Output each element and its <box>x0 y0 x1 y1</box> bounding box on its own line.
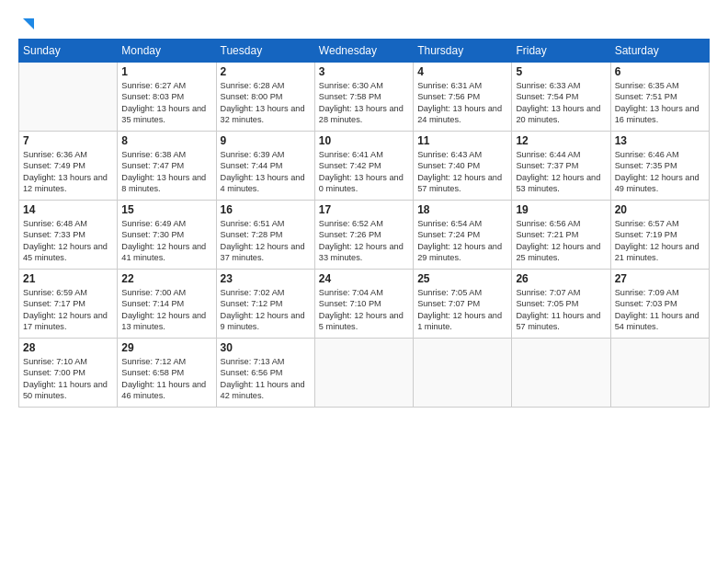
day-number: 23 <box>221 272 311 285</box>
calendar-cell <box>512 339 610 408</box>
day-number: 19 <box>516 203 606 216</box>
day-number: 7 <box>23 134 113 147</box>
calendar-cell: 7Sunrise: 6:36 AMSunset: 7:49 PMDaylight… <box>19 132 118 201</box>
day-number: 26 <box>516 272 606 285</box>
day-number: 22 <box>121 272 211 285</box>
calendar-cell: 24Sunrise: 7:04 AMSunset: 7:10 PMDayligh… <box>314 270 413 339</box>
day-number: 9 <box>221 134 311 147</box>
calendar-cell: 26Sunrise: 7:07 AMSunset: 7:05 PMDayligh… <box>512 270 610 339</box>
day-info: Sunrise: 6:41 AMSunset: 7:42 PMDaylight:… <box>319 149 409 195</box>
day-number: 20 <box>615 203 705 216</box>
calendar-cell: 16Sunrise: 6:51 AMSunset: 7:28 PMDayligh… <box>216 201 314 270</box>
header <box>18 17 710 29</box>
day-info: Sunrise: 6:43 AMSunset: 7:40 PMDaylight:… <box>417 149 507 195</box>
calendar-cell: 2Sunrise: 6:28 AMSunset: 8:00 PMDaylight… <box>216 63 314 132</box>
day-number: 1 <box>121 65 211 78</box>
day-info: Sunrise: 6:38 AMSunset: 7:47 PMDaylight:… <box>121 149 211 195</box>
day-info: Sunrise: 6:56 AMSunset: 7:21 PMDaylight:… <box>516 218 606 264</box>
calendar-header-sunday: Sunday <box>19 40 118 63</box>
calendar-cell: 15Sunrise: 6:49 AMSunset: 7:30 PMDayligh… <box>118 201 216 270</box>
calendar-cell <box>414 339 512 408</box>
calendar-header-friday: Friday <box>512 40 610 63</box>
calendar-cell: 20Sunrise: 6:57 AMSunset: 7:19 PMDayligh… <box>610 201 709 270</box>
svg-marker-0 <box>23 18 34 29</box>
day-info: Sunrise: 7:13 AMSunset: 6:56 PMDaylight:… <box>221 356 311 402</box>
calendar-week-2: 7Sunrise: 6:36 AMSunset: 7:49 PMDaylight… <box>19 132 710 201</box>
day-number: 29 <box>121 341 211 354</box>
calendar-cell: 21Sunrise: 6:59 AMSunset: 7:17 PMDayligh… <box>19 270 118 339</box>
day-info: Sunrise: 7:10 AMSunset: 7:00 PMDaylight:… <box>23 356 113 402</box>
calendar-week-5: 28Sunrise: 7:10 AMSunset: 7:00 PMDayligh… <box>19 339 710 408</box>
calendar-cell: 28Sunrise: 7:10 AMSunset: 7:00 PMDayligh… <box>19 339 118 408</box>
day-number: 28 <box>23 341 113 354</box>
day-number: 21 <box>23 272 113 285</box>
calendar-cell <box>610 339 709 408</box>
calendar-cell: 23Sunrise: 7:02 AMSunset: 7:12 PMDayligh… <box>216 270 314 339</box>
calendar-cell: 22Sunrise: 7:00 AMSunset: 7:14 PMDayligh… <box>118 270 216 339</box>
calendar-week-3: 14Sunrise: 6:48 AMSunset: 7:33 PMDayligh… <box>19 201 710 270</box>
day-number: 25 <box>417 272 507 285</box>
calendar-header-wednesday: Wednesday <box>314 40 413 63</box>
calendar-cell: 29Sunrise: 7:12 AMSunset: 6:58 PMDayligh… <box>118 339 216 408</box>
calendar-cell: 19Sunrise: 6:56 AMSunset: 7:21 PMDayligh… <box>512 201 610 270</box>
calendar-cell: 5Sunrise: 6:33 AMSunset: 7:54 PMDaylight… <box>512 63 610 132</box>
day-info: Sunrise: 6:54 AMSunset: 7:24 PMDaylight:… <box>417 218 507 264</box>
day-number: 10 <box>319 134 409 147</box>
day-number: 6 <box>615 65 705 78</box>
calendar-header-saturday: Saturday <box>610 40 709 63</box>
day-info: Sunrise: 6:35 AMSunset: 7:51 PMDaylight:… <box>615 80 705 126</box>
calendar-header-thursday: Thursday <box>414 40 512 63</box>
day-number: 2 <box>221 65 311 78</box>
calendar-cell: 10Sunrise: 6:41 AMSunset: 7:42 PMDayligh… <box>314 132 413 201</box>
calendar-cell <box>19 63 118 132</box>
day-info: Sunrise: 7:04 AMSunset: 7:10 PMDaylight:… <box>319 287 409 333</box>
calendar-cell: 11Sunrise: 6:43 AMSunset: 7:40 PMDayligh… <box>414 132 512 201</box>
day-info: Sunrise: 6:36 AMSunset: 7:49 PMDaylight:… <box>23 149 113 195</box>
day-number: 8 <box>121 134 211 147</box>
day-info: Sunrise: 6:28 AMSunset: 8:00 PMDaylight:… <box>221 80 311 126</box>
day-info: Sunrise: 7:02 AMSunset: 7:12 PMDaylight:… <box>221 287 311 333</box>
calendar-cell: 12Sunrise: 6:44 AMSunset: 7:37 PMDayligh… <box>512 132 610 201</box>
calendar-cell <box>314 339 413 408</box>
day-number: 11 <box>417 134 507 147</box>
day-info: Sunrise: 6:57 AMSunset: 7:19 PMDaylight:… <box>615 218 705 264</box>
calendar-week-4: 21Sunrise: 6:59 AMSunset: 7:17 PMDayligh… <box>19 270 710 339</box>
day-info: Sunrise: 7:07 AMSunset: 7:05 PMDaylight:… <box>516 287 606 333</box>
day-info: Sunrise: 6:44 AMSunset: 7:37 PMDaylight:… <box>516 149 606 195</box>
day-number: 14 <box>23 203 113 216</box>
day-info: Sunrise: 6:51 AMSunset: 7:28 PMDaylight:… <box>221 218 311 264</box>
day-number: 13 <box>615 134 705 147</box>
day-info: Sunrise: 7:05 AMSunset: 7:07 PMDaylight:… <box>417 287 507 333</box>
day-number: 4 <box>417 65 507 78</box>
calendar-cell: 6Sunrise: 6:35 AMSunset: 7:51 PMDaylight… <box>610 63 709 132</box>
logo-icon <box>19 17 36 33</box>
day-info: Sunrise: 6:59 AMSunset: 7:17 PMDaylight:… <box>23 287 113 333</box>
calendar-cell: 9Sunrise: 6:39 AMSunset: 7:44 PMDaylight… <box>216 132 314 201</box>
day-info: Sunrise: 7:00 AMSunset: 7:14 PMDaylight:… <box>121 287 211 333</box>
calendar-week-1: 1Sunrise: 6:27 AMSunset: 8:03 PMDaylight… <box>19 63 710 132</box>
day-info: Sunrise: 6:30 AMSunset: 7:58 PMDaylight:… <box>319 80 409 126</box>
day-info: Sunrise: 6:49 AMSunset: 7:30 PMDaylight:… <box>121 218 211 264</box>
day-info: Sunrise: 6:31 AMSunset: 7:56 PMDaylight:… <box>417 80 507 126</box>
day-info: Sunrise: 6:52 AMSunset: 7:26 PMDaylight:… <box>319 218 409 264</box>
day-info: Sunrise: 6:48 AMSunset: 7:33 PMDaylight:… <box>23 218 113 264</box>
day-number: 30 <box>221 341 311 354</box>
calendar-header-monday: Monday <box>118 40 216 63</box>
calendar-cell: 8Sunrise: 6:38 AMSunset: 7:47 PMDaylight… <box>118 132 216 201</box>
day-number: 16 <box>221 203 311 216</box>
day-number: 12 <box>516 134 606 147</box>
calendar-header-tuesday: Tuesday <box>216 40 314 63</box>
page: SundayMondayTuesdayWednesdayThursdayFrid… <box>0 0 728 563</box>
calendar-cell: 17Sunrise: 6:52 AMSunset: 7:26 PMDayligh… <box>314 201 413 270</box>
day-number: 15 <box>121 203 211 216</box>
calendar-cell: 4Sunrise: 6:31 AMSunset: 7:56 PMDaylight… <box>414 63 512 132</box>
calendar-cell: 25Sunrise: 7:05 AMSunset: 7:07 PMDayligh… <box>414 270 512 339</box>
calendar-cell: 1Sunrise: 6:27 AMSunset: 8:03 PMDaylight… <box>118 63 216 132</box>
day-number: 17 <box>319 203 409 216</box>
calendar-table: SundayMondayTuesdayWednesdayThursdayFrid… <box>18 39 710 408</box>
calendar-cell: 14Sunrise: 6:48 AMSunset: 7:33 PMDayligh… <box>19 201 118 270</box>
day-info: Sunrise: 7:09 AMSunset: 7:03 PMDaylight:… <box>615 287 705 333</box>
calendar-cell: 27Sunrise: 7:09 AMSunset: 7:03 PMDayligh… <box>610 270 709 339</box>
day-number: 5 <box>516 65 606 78</box>
calendar-cell: 3Sunrise: 6:30 AMSunset: 7:58 PMDaylight… <box>314 63 413 132</box>
